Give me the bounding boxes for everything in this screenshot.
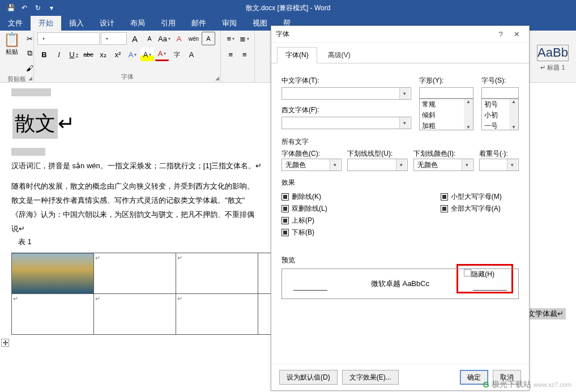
text-effects-button[interactable]: A [126, 48, 139, 61]
grow-font-button[interactable]: A [128, 32, 142, 45]
align-center-button[interactable]: ≡ [238, 48, 251, 61]
chk-subscript[interactable]: 下标(B) [281, 228, 327, 237]
dialog-tabs: 字体(N) 高级(V) [271, 43, 529, 63]
quick-access-toolbar: 💾 ↶ ↻ ▾ [0, 2, 58, 14]
superscript-button[interactable]: x² [111, 48, 125, 61]
close-icon[interactable]: ✕ [509, 28, 524, 41]
lbl-font-color: 字体颜色(C): [281, 150, 320, 157]
strike-button[interactable]: abc [82, 48, 95, 61]
clear-format-button[interactable]: A [172, 32, 186, 45]
paste-button[interactable]: 📋 粘贴 [3, 32, 20, 56]
watermark: G 极光下载站 www.xz7.com [483, 380, 571, 390]
app-title: 散文.docx [兼容模式] - Word [246, 3, 331, 13]
lbl-en-font: 西文字体(F): [281, 105, 411, 115]
paste-label: 粘贴 [6, 48, 18, 56]
clipboard-launcher-icon[interactable]: ◢ [28, 75, 32, 81]
watermark-text: 极光下载站 [492, 380, 531, 390]
ul-color-select[interactable]: 无颜色▾ [413, 159, 473, 171]
undo-icon[interactable]: ↶ [18, 2, 31, 14]
tab-home[interactable]: 开始 [31, 16, 61, 31]
size-input[interactable] [481, 87, 519, 99]
preview-text: 微软卓越 AaBbCc [371, 279, 429, 289]
dialog-body: 中文字体(T): ▾ 西文字体(F): ▾ 字形(Y): 常规 倾斜 加粗 ▲▼… [271, 63, 529, 364]
table-image-cell [12, 253, 94, 294]
tab-file[interactable]: 文件 [0, 16, 31, 31]
titlebar: 💾 ↶ ↻ ▾ 散文.docx [兼容模式] - Word [0, 0, 576, 16]
chk-all-caps[interactable]: 全部大写字母(A) [441, 204, 502, 214]
lbl-all-text: 所有文字 [281, 137, 519, 147]
tab-insert[interactable]: 插入 [61, 16, 92, 31]
font-color-select[interactable]: 无颜色▾ [281, 159, 342, 171]
subscript-button[interactable]: x₂ [96, 48, 110, 61]
font-dialog: 字体 ? ✕ 字体(N) 高级(V) 中文字体(T): ▾ 西文字体(F): ▾… [271, 25, 530, 391]
char-border-button[interactable]: A [202, 32, 215, 45]
font-name-combo[interactable]: ▾ [37, 32, 100, 45]
table-anchor-icon[interactable]: ✢ [1, 339, 9, 347]
watermark-url: www.xz7.com [534, 381, 571, 388]
qat-more-icon[interactable]: ▾ [45, 2, 58, 14]
group-clipboard: 📋 粘贴 ✂ ⧉ 🖌 剪贴板 ◢ [0, 31, 34, 82]
font-color-button[interactable]: A [155, 48, 169, 61]
tab-font-advanced[interactable]: 高级(V) [319, 47, 359, 63]
help-icon[interactable]: ? [493, 28, 509, 41]
lbl-size: 字号(S): [481, 76, 519, 86]
chk-small-caps[interactable]: 小型大写字母(M) [441, 192, 502, 202]
style-name: ↵ 标题 1 [540, 63, 565, 72]
en-font-select[interactable]: ▾ [281, 117, 411, 129]
tab-design[interactable]: 设计 [92, 16, 122, 31]
group-paragraph: ≡ ≣ ≡ ≡ [221, 31, 255, 82]
tab-references[interactable]: 引用 [153, 16, 184, 31]
bold-button[interactable]: B [37, 48, 51, 61]
style-list[interactable]: 常规 倾斜 加粗 ▲▼ [419, 99, 473, 130]
lbl-ul-type: 下划线线型(U): [347, 150, 392, 157]
shrink-font-button[interactable]: A [143, 32, 156, 45]
style-preview: AaBb [537, 45, 569, 61]
char-scaling-button[interactable]: A [185, 48, 198, 61]
chk-strike[interactable]: 删除线(K) [281, 192, 327, 202]
lbl-ul-color: 下划线颜色(I): [413, 150, 456, 157]
tab-review[interactable]: 审阅 [214, 16, 245, 31]
set-default-button[interactable]: 设为默认值(D) [279, 370, 338, 385]
italic-button[interactable]: I [52, 48, 66, 61]
lbl-cn-font: 中文字体(T): [281, 76, 411, 86]
dialog-title: 字体 [276, 29, 493, 39]
dialog-titlebar: 字体 ? ✕ [271, 26, 529, 43]
font-size-combo[interactable]: ▾ [101, 32, 127, 45]
phonetic-button[interactable]: wén [187, 32, 200, 45]
bullets-button[interactable]: ≡ [224, 32, 237, 45]
highlight-button[interactable]: A [140, 48, 154, 61]
tab-font-basic[interactable]: 字体(N) [277, 47, 317, 63]
numbering-button[interactable]: ≣ [238, 32, 251, 45]
redo-icon[interactable]: ↻ [32, 2, 44, 14]
underline-button[interactable]: U [67, 48, 80, 61]
chk-double-strike[interactable]: 双删除线(L) [281, 204, 327, 214]
save-icon[interactable]: 💾 [5, 2, 17, 14]
font-preview: 微软卓越 AaBbCc [281, 269, 519, 299]
cn-font-select[interactable]: ▾ [281, 87, 411, 100]
text-effects-button[interactable]: 文字效果(E)... [342, 370, 399, 385]
watermark-logo-icon: G [483, 380, 489, 389]
group-para-label [224, 74, 251, 82]
group-font-label: 字体 [37, 73, 217, 82]
style-heading1[interactable]: AaBb ↵ 标题 1 [533, 41, 573, 73]
enclosed-char-button[interactable]: 字 [170, 48, 184, 61]
lbl-effects: 效果 [281, 178, 519, 188]
style-input[interactable] [419, 87, 473, 99]
clipboard-icon: 📋 [3, 32, 20, 48]
size-list[interactable]: 初号 小初 一号 ▲▼ [481, 99, 519, 130]
lbl-style: 字形(Y): [419, 76, 473, 86]
tab-layout[interactable]: 布局 [122, 16, 153, 31]
group-font: ▾ ▾ A A Aa A wén A B I U abc x₂ x² A A A… [34, 31, 221, 82]
align-left-button[interactable]: ≡ [224, 48, 237, 61]
lbl-emphasis: 着重号(·): [479, 150, 508, 157]
change-case-button[interactable]: Aa [157, 32, 171, 45]
side-text: 文学体裁↵ [526, 308, 566, 319]
emphasis-select[interactable]: ▾ [479, 159, 519, 171]
chk-superscript[interactable]: 上标(P) [281, 216, 327, 225]
font-launcher-icon[interactable]: ◢ [215, 75, 219, 81]
tab-mail[interactable]: 邮件 [184, 16, 214, 31]
ul-type-select[interactable]: ▾ [347, 159, 407, 171]
